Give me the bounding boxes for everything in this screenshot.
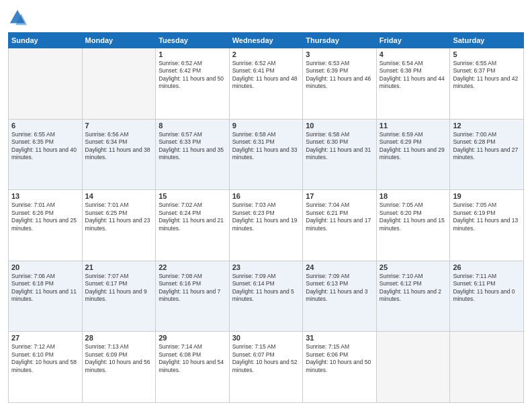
day-number: 26 <box>453 263 521 271</box>
calendar-cell: 9Sunrise: 6:58 AMSunset: 6:31 PMDaylight… <box>229 119 303 190</box>
day-number: 16 <box>232 192 300 200</box>
weekday-header: Thursday <box>303 33 377 48</box>
day-number: 3 <box>306 50 373 58</box>
weekday-header: Wednesday <box>229 33 303 48</box>
day-info: Sunrise: 7:15 AMSunset: 6:07 PMDaylight:… <box>232 343 300 374</box>
day-number: 1 <box>159 50 226 58</box>
day-info: Sunrise: 7:12 AMSunset: 6:10 PMDaylight:… <box>11 343 79 374</box>
calendar-week-row: 20Sunrise: 7:06 AMSunset: 6:18 PMDayligh… <box>9 261 524 332</box>
day-number: 10 <box>306 122 373 130</box>
day-info: Sunrise: 7:05 AMSunset: 6:20 PMDaylight:… <box>380 201 447 232</box>
day-number: 28 <box>85 334 153 342</box>
calendar-cell: 21Sunrise: 7:07 AMSunset: 6:17 PMDayligh… <box>82 261 156 332</box>
day-info: Sunrise: 6:56 AMSunset: 6:34 PMDaylight:… <box>85 131 153 162</box>
day-number: 9 <box>232 122 300 130</box>
day-number: 15 <box>159 192 226 200</box>
calendar-cell: 30Sunrise: 7:15 AMSunset: 6:07 PMDayligh… <box>229 332 303 403</box>
calendar-cell: 5Sunrise: 6:55 AMSunset: 6:37 PMDaylight… <box>450 48 524 120</box>
day-number: 20 <box>11 263 79 271</box>
calendar-cell: 31Sunrise: 7:15 AMSunset: 6:06 PMDayligh… <box>303 332 377 403</box>
logo-icon <box>8 8 27 27</box>
day-info: Sunrise: 7:13 AMSunset: 6:09 PMDaylight:… <box>85 343 153 374</box>
day-info: Sunrise: 7:01 AMSunset: 6:25 PMDaylight:… <box>85 201 153 232</box>
day-number: 24 <box>306 263 373 271</box>
day-info: Sunrise: 7:07 AMSunset: 6:17 PMDaylight:… <box>85 273 153 304</box>
day-number: 27 <box>11 334 79 342</box>
calendar-cell: 2Sunrise: 6:52 AMSunset: 6:41 PMDaylight… <box>229 48 303 120</box>
calendar-cell: 8Sunrise: 6:57 AMSunset: 6:33 PMDaylight… <box>156 119 230 190</box>
day-info: Sunrise: 6:53 AMSunset: 6:39 PMDaylight:… <box>306 60 373 91</box>
day-info: Sunrise: 7:06 AMSunset: 6:18 PMDaylight:… <box>11 273 79 304</box>
day-info: Sunrise: 7:10 AMSunset: 6:12 PMDaylight:… <box>380 273 447 304</box>
calendar-cell: 3Sunrise: 6:53 AMSunset: 6:39 PMDaylight… <box>303 48 377 120</box>
day-number: 8 <box>159 122 226 130</box>
calendar-cell <box>376 332 450 403</box>
day-info: Sunrise: 7:03 AMSunset: 6:23 PMDaylight:… <box>232 201 300 232</box>
calendar-cell <box>82 48 156 120</box>
calendar-cell: 14Sunrise: 7:01 AMSunset: 6:25 PMDayligh… <box>82 190 156 261</box>
page: SundayMondayTuesdayWednesdayThursdayFrid… <box>0 0 532 411</box>
day-info: Sunrise: 7:01 AMSunset: 6:26 PMDaylight:… <box>11 201 79 232</box>
calendar-cell: 6Sunrise: 6:55 AMSunset: 6:35 PMDaylight… <box>9 119 83 190</box>
day-info: Sunrise: 6:52 AMSunset: 6:42 PMDaylight:… <box>159 60 226 91</box>
calendar-cell: 24Sunrise: 7:09 AMSunset: 6:13 PMDayligh… <box>303 261 377 332</box>
calendar-cell: 19Sunrise: 7:05 AMSunset: 6:19 PMDayligh… <box>450 190 524 261</box>
day-number: 19 <box>453 192 521 200</box>
day-number: 31 <box>306 334 373 342</box>
day-info: Sunrise: 7:11 AMSunset: 6:11 PMDaylight:… <box>453 273 521 304</box>
day-info: Sunrise: 6:58 AMSunset: 6:31 PMDaylight:… <box>232 131 300 162</box>
day-number: 12 <box>453 122 521 130</box>
day-number: 7 <box>85 122 153 130</box>
calendar-cell: 18Sunrise: 7:05 AMSunset: 6:20 PMDayligh… <box>376 190 450 261</box>
calendar-cell: 4Sunrise: 6:54 AMSunset: 6:38 PMDaylight… <box>376 48 450 120</box>
weekday-header: Sunday <box>9 33 83 48</box>
weekday-header: Tuesday <box>156 33 230 48</box>
day-info: Sunrise: 6:59 AMSunset: 6:29 PMDaylight:… <box>380 131 447 162</box>
day-number: 21 <box>85 263 153 271</box>
calendar-week-row: 13Sunrise: 7:01 AMSunset: 6:26 PMDayligh… <box>9 190 524 261</box>
day-number: 22 <box>159 263 226 271</box>
weekday-header: Monday <box>82 33 156 48</box>
logo <box>8 8 30 27</box>
calendar-cell: 13Sunrise: 7:01 AMSunset: 6:26 PMDayligh… <box>9 190 83 261</box>
day-number: 11 <box>380 122 447 130</box>
calendar-cell: 7Sunrise: 6:56 AMSunset: 6:34 PMDaylight… <box>82 119 156 190</box>
calendar-header-row: SundayMondayTuesdayWednesdayThursdayFrid… <box>9 33 524 48</box>
day-number: 2 <box>232 50 300 58</box>
calendar-cell: 25Sunrise: 7:10 AMSunset: 6:12 PMDayligh… <box>376 261 450 332</box>
calendar-cell: 17Sunrise: 7:04 AMSunset: 6:21 PMDayligh… <box>303 190 377 261</box>
day-info: Sunrise: 7:02 AMSunset: 6:24 PMDaylight:… <box>159 201 226 232</box>
calendar-cell: 23Sunrise: 7:09 AMSunset: 6:14 PMDayligh… <box>229 261 303 332</box>
day-number: 30 <box>232 334 300 342</box>
day-number: 6 <box>11 122 79 130</box>
calendar-cell: 20Sunrise: 7:06 AMSunset: 6:18 PMDayligh… <box>9 261 83 332</box>
calendar-cell: 10Sunrise: 6:58 AMSunset: 6:30 PMDayligh… <box>303 119 377 190</box>
calendar-week-row: 27Sunrise: 7:12 AMSunset: 6:10 PMDayligh… <box>9 332 524 403</box>
day-number: 5 <box>453 50 521 58</box>
day-number: 25 <box>380 263 447 271</box>
calendar-cell: 26Sunrise: 7:11 AMSunset: 6:11 PMDayligh… <box>450 261 524 332</box>
day-info: Sunrise: 7:09 AMSunset: 6:13 PMDaylight:… <box>306 273 373 304</box>
day-number: 29 <box>159 334 226 342</box>
day-info: Sunrise: 7:04 AMSunset: 6:21 PMDaylight:… <box>306 201 373 232</box>
day-info: Sunrise: 6:52 AMSunset: 6:41 PMDaylight:… <box>232 60 300 91</box>
calendar-cell: 12Sunrise: 7:00 AMSunset: 6:28 PMDayligh… <box>450 119 524 190</box>
weekday-header: Friday <box>376 33 450 48</box>
day-number: 23 <box>232 263 300 271</box>
day-info: Sunrise: 7:14 AMSunset: 6:08 PMDaylight:… <box>159 343 226 374</box>
calendar-table: SundayMondayTuesdayWednesdayThursdayFrid… <box>8 32 524 403</box>
calendar-cell: 29Sunrise: 7:14 AMSunset: 6:08 PMDayligh… <box>156 332 230 403</box>
day-number: 18 <box>380 192 447 200</box>
calendar-cell: 22Sunrise: 7:08 AMSunset: 6:16 PMDayligh… <box>156 261 230 332</box>
calendar-cell: 27Sunrise: 7:12 AMSunset: 6:10 PMDayligh… <box>9 332 83 403</box>
day-info: Sunrise: 6:58 AMSunset: 6:30 PMDaylight:… <box>306 131 373 162</box>
day-info: Sunrise: 6:55 AMSunset: 6:35 PMDaylight:… <box>11 131 79 162</box>
calendar-cell: 1Sunrise: 6:52 AMSunset: 6:42 PMDaylight… <box>156 48 230 120</box>
day-info: Sunrise: 7:00 AMSunset: 6:28 PMDaylight:… <box>453 131 521 162</box>
day-info: Sunrise: 7:15 AMSunset: 6:06 PMDaylight:… <box>306 343 373 374</box>
weekday-header: Saturday <box>450 33 524 48</box>
day-number: 13 <box>11 192 79 200</box>
day-number: 14 <box>85 192 153 200</box>
calendar-cell <box>450 332 524 403</box>
day-number: 4 <box>380 50 447 58</box>
